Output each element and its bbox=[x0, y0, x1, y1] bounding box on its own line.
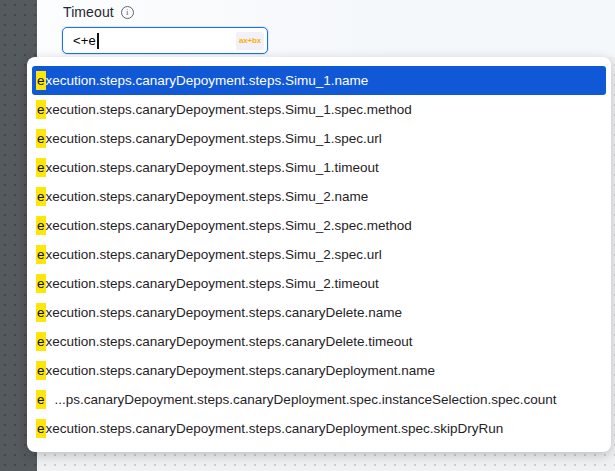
suggestion-text: xecution.steps.canaryDepoyment.steps.Sim… bbox=[46, 247, 382, 262]
suggestion-text: xecution.steps.canaryDepoyment.steps.can… bbox=[46, 305, 402, 320]
suggestion-item[interactable]: e...ps.canaryDepoyment.steps.canaryDeplo… bbox=[32, 385, 606, 414]
suggestion-list: execution.steps.canaryDepoyment.steps.Si… bbox=[32, 66, 606, 443]
timeout-field-label-row: Timeout i bbox=[63, 4, 134, 20]
suggestion-item[interactable]: execution.steps.canaryDepoyment.steps.Si… bbox=[32, 124, 606, 153]
match-highlight: e bbox=[36, 129, 46, 148]
timeout-field-label: Timeout bbox=[63, 4, 114, 20]
suggestion-text: xecution.steps.canaryDepoyment.steps.Sim… bbox=[46, 218, 412, 233]
timeout-input-value: <+e bbox=[73, 33, 96, 48]
suggestion-text: xecution.steps.canaryDepoyment.steps.can… bbox=[46, 334, 413, 349]
text-cursor bbox=[97, 33, 99, 49]
suggestion-text: xecution.steps.canaryDepoyment.steps.Sim… bbox=[46, 160, 379, 175]
suggestion-text: ...ps.canaryDepoyment.steps.canaryDeploy… bbox=[46, 392, 557, 407]
match-highlight: e bbox=[36, 245, 46, 264]
expression-autocomplete-dropdown: execution.steps.canaryDepoyment.steps.Si… bbox=[27, 57, 611, 452]
match-highlight: e bbox=[36, 274, 46, 293]
suggestion-text: xecution.steps.canaryDepoyment.steps.Sim… bbox=[46, 131, 382, 146]
suggestion-item[interactable]: execution.steps.canaryDepoyment.steps.ca… bbox=[32, 327, 606, 356]
suggestion-item[interactable]: execution.steps.canaryDepoyment.steps.Si… bbox=[32, 240, 606, 269]
match-highlight: e bbox=[36, 303, 46, 322]
suggestion-text: xecution.steps.canaryDepoyment.steps.Sim… bbox=[46, 276, 379, 291]
match-highlight: e bbox=[36, 390, 46, 409]
suggestion-text: xecution.steps.canaryDepoyment.steps.can… bbox=[46, 421, 504, 436]
suggestion-item[interactable]: execution.steps.canaryDepoyment.steps.Si… bbox=[32, 153, 606, 182]
suggestion-item[interactable]: execution.steps.canaryDepoyment.steps.ca… bbox=[32, 356, 606, 385]
match-highlight: e bbox=[36, 71, 46, 90]
suggestion-item[interactable]: execution.steps.canaryDepoyment.steps.ca… bbox=[32, 298, 606, 327]
match-highlight: e bbox=[36, 361, 46, 380]
suggestion-item[interactable]: execution.steps.canaryDepoyment.steps.ca… bbox=[32, 414, 606, 443]
expression-badge-icon[interactable]: ax+bx bbox=[236, 32, 264, 50]
suggestion-item[interactable]: execution.steps.canaryDepoyment.steps.Si… bbox=[32, 211, 606, 240]
suggestion-item[interactable]: execution.steps.canaryDepoyment.steps.Si… bbox=[32, 95, 606, 124]
match-highlight: e bbox=[36, 100, 46, 119]
suggestion-item[interactable]: execution.steps.canaryDepoyment.steps.Si… bbox=[32, 66, 606, 95]
suggestion-text: xecution.steps.canaryDepoyment.steps.Sim… bbox=[46, 73, 369, 88]
suggestion-text: xecution.steps.canaryDepoyment.steps.Sim… bbox=[46, 102, 412, 117]
match-highlight: e bbox=[36, 158, 46, 177]
suggestion-text: xecution.steps.canaryDepoyment.steps.Sim… bbox=[46, 189, 369, 204]
match-highlight: e bbox=[36, 216, 46, 235]
pipeline-studio-overlay: { "form": { "label": "Timeout", "input_v… bbox=[0, 0, 615, 471]
suggestion-text: xecution.steps.canaryDepoyment.steps.can… bbox=[46, 363, 435, 378]
suggestion-item[interactable]: execution.steps.canaryDepoyment.steps.Si… bbox=[32, 182, 606, 211]
match-highlight: e bbox=[36, 187, 46, 206]
match-highlight: e bbox=[36, 419, 46, 438]
match-highlight: e bbox=[36, 332, 46, 351]
step-config-panel: Timeout i <+e ax+bx bbox=[37, 0, 615, 57]
info-icon[interactable]: i bbox=[121, 6, 134, 19]
timeout-input[interactable]: <+e ax+bx bbox=[62, 27, 268, 54]
suggestion-item[interactable]: execution.steps.canaryDepoyment.steps.Si… bbox=[32, 269, 606, 298]
